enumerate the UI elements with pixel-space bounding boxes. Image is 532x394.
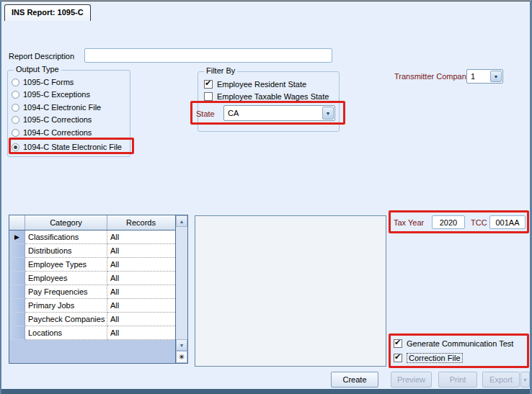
checkbox-icon — [394, 354, 402, 362]
export-dropdown-icon[interactable]: ▼ — [520, 372, 530, 388]
table-scrollbar[interactable]: ▲ ▼ ✳ — [175, 215, 187, 363]
radio-icon — [12, 91, 19, 99]
transmitter-company-dropdown[interactable]: 1 ▼ — [466, 69, 503, 84]
table-row[interactable]: Paycheck Companies All — [9, 313, 175, 326]
row-selector-cell[interactable] — [9, 244, 25, 258]
records-cell[interactable]: All — [107, 326, 175, 340]
table-row[interactable]: Employee Types All — [9, 258, 175, 272]
checkbox-label: Generate Communication Test — [407, 339, 513, 348]
filters-table-main: Category Records ▶ Classifications All D… — [9, 215, 175, 363]
radio-icon — [12, 129, 19, 137]
category-column-header[interactable]: Category — [25, 215, 107, 230]
tax-year-label: Tax Year — [394, 218, 424, 227]
table-row[interactable]: Distributions All — [9, 244, 175, 258]
tab-title: INS Report: 1095-C — [12, 8, 84, 17]
radio-icon — [12, 143, 19, 151]
row-selector-cell[interactable]: ▶ — [9, 230, 25, 244]
records-cell[interactable]: All — [107, 272, 175, 285]
checkbox-label: Employee Taxable Wages State — [217, 92, 329, 101]
radio-1095c-forms[interactable]: 1095-C Forms — [12, 77, 74, 87]
category-cell[interactable]: Locations — [25, 326, 107, 340]
records-cell[interactable]: All — [107, 299, 175, 313]
category-cell[interactable]: Classifications — [25, 230, 107, 244]
filters-table: Category Records ▶ Classifications All D… — [9, 215, 188, 364]
tabstrip-divider — [1, 1, 530, 1]
preview-button[interactable]: Preview — [391, 372, 432, 388]
table-row[interactable]: Locations All — [9, 326, 175, 340]
radio-1095c-exceptions[interactable]: 1095-C Exceptions — [12, 89, 90, 99]
row-selector-cell[interactable] — [9, 299, 25, 313]
category-cell[interactable]: Employees — [25, 272, 107, 285]
tax-year-input[interactable] — [432, 215, 465, 229]
state-label: State — [196, 109, 215, 118]
row-selector-cell[interactable] — [9, 326, 25, 340]
records-cell[interactable]: All — [107, 313, 175, 326]
radio-1094c-electronic-file[interactable]: 1094-C Electronic File — [12, 102, 101, 112]
tab-ins-report-1095c[interactable]: INS Report: 1095-C — [4, 4, 91, 21]
transmitter-company-label: Transmitter Company — [394, 72, 470, 81]
window-bottom-border — [1, 389, 530, 394]
scroll-down-icon[interactable]: ▼ — [176, 339, 187, 351]
output-type-legend: Output Type — [14, 65, 61, 73]
row-selector-cell[interactable] — [9, 313, 25, 326]
radio-label: 1095-C Exceptions — [23, 90, 90, 99]
radio-1094c-corrections[interactable]: 1094-C Corrections — [12, 127, 92, 138]
checkbox-correction-file[interactable]: Correction File — [394, 353, 463, 363]
row-selector-cell[interactable] — [9, 285, 25, 299]
radio-icon — [12, 79, 19, 86]
row-selector-cell[interactable] — [9, 272, 25, 285]
tcc-label: TCC — [471, 218, 487, 227]
tcc-input[interactable] — [489, 215, 526, 229]
table-row[interactable]: ▶ Classifications All — [9, 230, 175, 244]
print-button[interactable]: Print — [438, 372, 477, 388]
radio-label: 1095-C Corrections — [23, 115, 92, 124]
state-value: CA — [224, 109, 322, 117]
records-cell[interactable]: All — [107, 244, 175, 258]
category-cell[interactable]: Distributions — [25, 244, 107, 258]
checkbox-icon — [204, 92, 213, 101]
chevron-down-icon[interactable]: ▼ — [490, 71, 502, 82]
scrollbar-track[interactable] — [176, 227, 187, 339]
records-cell[interactable]: All — [107, 285, 175, 299]
ins-report-window: INS Report: 1095-C Report Description Ou… — [0, 0, 532, 394]
category-cell[interactable]: Primary Jobs — [25, 299, 107, 313]
checkbox-label: Correction File — [407, 353, 463, 363]
create-button[interactable]: Create — [331, 372, 378, 388]
radio-1095c-corrections[interactable]: 1095-C Corrections — [12, 115, 92, 125]
detail-panel — [195, 215, 386, 367]
row-selector-header[interactable] — [9, 215, 25, 230]
radio-icon — [12, 104, 19, 112]
category-cell[interactable]: Pay Frequencies — [25, 285, 107, 299]
filter-by-legend: Filter By — [204, 66, 237, 75]
table-row[interactable]: Primary Jobs All — [9, 299, 175, 313]
radio-label: 1094-C Electronic File — [23, 103, 101, 112]
export-button[interactable]: Export — [482, 372, 520, 388]
chevron-down-icon[interactable]: ▼ — [322, 107, 334, 120]
radio-label: 1094-C Corrections — [23, 128, 92, 137]
radio-icon — [12, 116, 19, 124]
checkbox-employee-resident-state[interactable]: Employee Resident State — [204, 79, 306, 89]
report-description-input[interactable] — [84, 48, 332, 63]
checkbox-label: Employee Resident State — [217, 80, 306, 89]
checkbox-icon — [204, 80, 213, 89]
table-row[interactable]: Pay Frequencies All — [9, 285, 175, 299]
table-row[interactable]: Employees All — [9, 272, 175, 285]
checkbox-employee-taxable-wages-state[interactable]: Employee Taxable Wages State — [204, 91, 329, 102]
transmitter-company-value: 1 — [467, 72, 489, 81]
category-cell[interactable]: Employee Types — [25, 258, 107, 272]
records-column-header[interactable]: Records — [107, 215, 174, 230]
radio-label: 1095-C Forms — [23, 78, 74, 86]
state-dropdown[interactable]: CA ▼ — [223, 105, 335, 121]
new-row-icon[interactable]: ✳ — [176, 351, 187, 363]
radio-1094c-state-electronic-file[interactable]: 1094-C State Electronic File — [12, 142, 122, 152]
report-description-label: Report Description — [9, 52, 74, 61]
filters-table-header: Category Records — [9, 215, 175, 230]
scroll-up-icon[interactable]: ▲ — [176, 215, 187, 227]
checkbox-icon — [394, 339, 402, 348]
radio-label: 1094-C State Electronic File — [23, 143, 122, 151]
records-cell[interactable]: All — [107, 258, 175, 272]
checkbox-generate-communication-test[interactable]: Generate Communication Test — [394, 339, 513, 349]
row-selector-cell[interactable] — [9, 258, 25, 272]
category-cell[interactable]: Paycheck Companies — [25, 313, 107, 326]
records-cell[interactable]: All — [107, 230, 175, 244]
